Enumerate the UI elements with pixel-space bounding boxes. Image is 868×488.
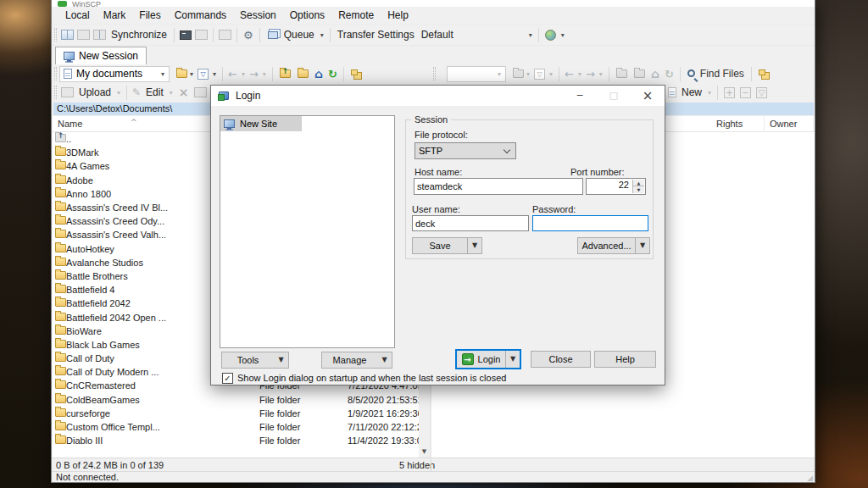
forward-icon[interactable]: → bbox=[248, 68, 260, 80]
commander-layout-icon[interactable] bbox=[61, 30, 74, 40]
menu-item-commands[interactable]: Commands bbox=[168, 8, 233, 23]
save-dropdown-arrow[interactable]: ▼ bbox=[467, 238, 481, 253]
login-button[interactable]: → Login ▼ bbox=[455, 349, 521, 369]
spin-down-icon[interactable]: ▼ bbox=[632, 186, 644, 193]
back-icon[interactable]: ← bbox=[226, 68, 239, 80]
back-icon[interactable]: ← bbox=[563, 68, 576, 80]
remote-drive-combo[interactable]: ▾ bbox=[447, 66, 506, 82]
console-icon[interactable] bbox=[180, 30, 192, 40]
refresh-icon[interactable]: ↻ bbox=[662, 69, 676, 80]
site-list[interactable]: New Site bbox=[220, 115, 395, 348]
resize-grip-icon[interactable]: ◢ bbox=[807, 474, 813, 482]
transfer-settings-value[interactable]: Default bbox=[418, 29, 526, 41]
transfer-settings-dropdown-arrow[interactable]: ▾ bbox=[526, 31, 535, 39]
forward-icon[interactable]: → bbox=[584, 68, 597, 80]
edit-dropdown-arrow[interactable]: ▾ bbox=[167, 89, 175, 97]
add-to-bookmarks-icon[interactable] bbox=[351, 69, 358, 75]
column-header-rights[interactable]: Rights bbox=[711, 116, 765, 132]
local-drive-combo[interactable]: My documents ▾ bbox=[59, 66, 170, 82]
file-row[interactable]: Custom Office Templ... File folder 7/11/… bbox=[53, 420, 419, 434]
forward-dropdown-arrow[interactable]: ▾ bbox=[260, 70, 269, 78]
queue-button[interactable]: Queue bbox=[281, 29, 318, 41]
root-directory-icon[interactable] bbox=[298, 69, 309, 78]
back-dropdown-arrow[interactable]: ▾ bbox=[576, 70, 584, 78]
upload-dropdown-arrow[interactable]: ▾ bbox=[114, 89, 123, 97]
toolbar-grip[interactable] bbox=[54, 67, 57, 80]
advanced-dropdown-arrow[interactable]: ▼ bbox=[635, 238, 649, 253]
find-files-button[interactable]: Find Files bbox=[697, 68, 748, 80]
drive-dropdown-arrow[interactable]: ▾ bbox=[495, 70, 504, 78]
maximize-button[interactable]: □ bbox=[599, 86, 628, 106]
scroll-down-button[interactable]: ▼ bbox=[419, 446, 430, 458]
filter-icon[interactable]: ▽ bbox=[198, 69, 209, 80]
dialog-titlebar[interactable]: Login bbox=[211, 86, 665, 106]
swap-panels-icon[interactable] bbox=[93, 30, 106, 40]
edit-button[interactable]: Edit bbox=[142, 86, 167, 98]
user-name-input[interactable] bbox=[412, 215, 529, 231]
new-dropdown-arrow[interactable]: ▾ bbox=[705, 89, 714, 97]
site-item-new-site[interactable]: New Site bbox=[220, 116, 302, 131]
home-directory-icon[interactable]: ⌂ bbox=[312, 69, 326, 79]
rename-icon[interactable] bbox=[194, 87, 207, 97]
menu-item-local[interactable]: Local bbox=[58, 8, 97, 23]
column-header-owner[interactable]: Owner bbox=[765, 116, 814, 132]
help-button[interactable]: Help bbox=[594, 351, 656, 368]
filter-icon[interactable]: ▽ bbox=[534, 69, 545, 80]
parent-directory-icon[interactable]: ↑ bbox=[280, 69, 291, 78]
menu-item-files[interactable]: Files bbox=[132, 8, 167, 23]
file-row[interactable]: ColdBeamGames File folder 8/5/2020 21:53… bbox=[53, 393, 419, 407]
synchronize-button[interactable]: Synchronize bbox=[108, 29, 170, 41]
tools-button[interactable]: Tools ▼ bbox=[221, 352, 289, 369]
minimize-button[interactable]: ─ bbox=[565, 86, 594, 106]
synchronize-browsing-icon[interactable] bbox=[219, 30, 231, 40]
menu-item-help[interactable]: Help bbox=[381, 8, 415, 23]
close-button[interactable]: Close bbox=[531, 351, 591, 368]
column-header-name[interactable]: Name ^ bbox=[53, 116, 214, 132]
menu-item-remote[interactable]: Remote bbox=[331, 8, 381, 23]
manage-button[interactable]: Manage ▼ bbox=[321, 352, 392, 369]
transfer-options-globe-icon[interactable] bbox=[545, 30, 556, 41]
show-login-checkbox[interactable]: ✓ bbox=[222, 373, 233, 384]
toolbar-grip[interactable] bbox=[433, 67, 436, 80]
synchronize-browsing-toggle-icon[interactable] bbox=[759, 69, 765, 75]
selection-filter-icon[interactable]: ▽ bbox=[756, 87, 767, 98]
tab-new-session[interactable]: New Session bbox=[55, 47, 147, 64]
upload-button[interactable]: Upload bbox=[75, 86, 114, 98]
back-dropdown-arrow[interactable]: ▾ bbox=[239, 70, 248, 78]
advanced-button[interactable]: Advanced... ▼ bbox=[577, 237, 650, 254]
parent-directory-icon[interactable] bbox=[616, 69, 627, 78]
menu-item-options[interactable]: Options bbox=[283, 8, 331, 23]
port-spinner[interactable]: ▲ ▼ bbox=[632, 180, 644, 192]
preferences-gear-icon[interactable]: ⚙ bbox=[241, 29, 256, 42]
close-button-titlebar[interactable]: × bbox=[633, 86, 662, 106]
toolbar-grip[interactable] bbox=[54, 86, 57, 99]
open-directory-icon[interactable] bbox=[513, 69, 524, 78]
host-name-input[interactable] bbox=[414, 178, 583, 195]
refresh-icon[interactable]: ↻ bbox=[326, 69, 340, 80]
filter-dropdown-arrow[interactable]: ▾ bbox=[210, 70, 219, 78]
select-plus-icon[interactable]: + bbox=[724, 87, 735, 98]
toolbar-grip[interactable] bbox=[54, 28, 57, 42]
globe-dropdown-arrow[interactable]: ▾ bbox=[559, 31, 567, 39]
file-protocol-select[interactable]: SFTP bbox=[415, 142, 516, 159]
menu-item-session[interactable]: Session bbox=[233, 8, 283, 23]
home-directory-icon[interactable]: ⌂ bbox=[648, 69, 662, 79]
root-directory-icon[interactable] bbox=[634, 69, 645, 78]
menu-item-mark[interactable]: Mark bbox=[97, 8, 133, 23]
password-input[interactable] bbox=[532, 215, 648, 231]
compare-icon[interactable] bbox=[195, 30, 208, 40]
port-number-input[interactable]: 22 ▲ ▼ bbox=[586, 178, 646, 195]
file-row[interactable]: Diablo III File folder 11/4/2022 19:33:0… bbox=[53, 434, 419, 447]
delete-icon[interactable]: × bbox=[175, 86, 192, 99]
filter-dropdown-arrow[interactable]: ▾ bbox=[547, 70, 555, 78]
queue-dropdown-arrow[interactable]: ▾ bbox=[318, 31, 326, 39]
unselect-minus-icon[interactable]: − bbox=[740, 87, 751, 98]
save-button[interactable]: Save ▼ bbox=[412, 237, 482, 254]
open-directory-icon[interactable] bbox=[176, 69, 187, 78]
open-directory-dropdown-arrow[interactable]: ▾ bbox=[187, 70, 196, 78]
manage-dropdown-arrow[interactable]: ▼ bbox=[377, 352, 392, 368]
forward-dropdown-arrow[interactable]: ▾ bbox=[597, 70, 605, 78]
tools-dropdown-arrow[interactable]: ▼ bbox=[274, 352, 288, 368]
drive-dropdown-arrow[interactable]: ▾ bbox=[159, 70, 167, 78]
explorer-layout-icon[interactable] bbox=[77, 30, 90, 40]
